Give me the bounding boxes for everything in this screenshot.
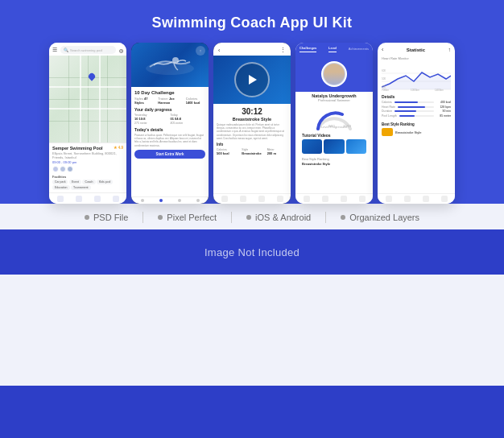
feature-dot-ios <box>246 215 251 220</box>
timer-display: 30:12 <box>217 107 287 116</box>
phone2-banner: ↑ <box>131 43 209 87</box>
best-style-item: Breaststroke Style <box>378 127 455 137</box>
detail-bar-heartrate <box>398 106 425 108</box>
back-icon[interactable]: ‹ <box>218 48 220 53</box>
page-title: Swimming Coach App UI Kit <box>152 14 353 31</box>
phone2-bottom-nav <box>131 196 209 204</box>
detail-bar-duration <box>395 110 416 112</box>
style-title: Breaststroke Style <box>217 117 287 122</box>
svg-text:700km: 700km <box>382 89 390 92</box>
video-thumb-3[interactable] <box>346 139 366 154</box>
best-style: Best Style Ranking Breaststroke Style <box>299 155 370 167</box>
detail-bar-wrap <box>395 110 434 112</box>
svg-point-0 <box>146 62 194 75</box>
video-thumb-1[interactable] <box>302 139 322 154</box>
phone1-search-bar[interactable]: 🔍 Search swimming pool <box>60 46 116 54</box>
challenge-title: 10 Day Challenge <box>134 90 205 95</box>
fac-btn-kidspool[interactable]: Kids pool <box>97 180 113 184</box>
best-style-label: Best Style Ranking <box>302 157 366 161</box>
phone4-swimmer-section <box>295 56 373 92</box>
nav-icon-chart[interactable] <box>404 196 411 202</box>
facilities-label: Facilities <box>52 175 123 179</box>
fac-btn-coach[interactable]: Coach <box>82 180 95 184</box>
phone1-header: ☰ 🔍 Search swimming pool ◎ <box>49 43 126 56</box>
nav-icon-search[interactable] <box>76 196 82 202</box>
nav-icon-list[interactable] <box>423 196 429 202</box>
session-label: 275 meter <box>134 122 170 125</box>
svg-text:600: 600 <box>382 69 386 72</box>
nav-dot[interactable] <box>196 199 200 202</box>
svg-text:1400km: 1400km <box>435 89 444 92</box>
nav-icon-profile[interactable] <box>277 196 283 202</box>
nav-dot[interactable] <box>178 199 181 202</box>
phone4-header: Challenges Level Achievements <box>295 43 373 56</box>
phone4-content: Natalya Undergrowth Professional Swimmer… <box>295 92 373 193</box>
share-button[interactable]: ↑ <box>196 46 205 56</box>
tab-achievements[interactable]: Achievements <box>349 47 369 52</box>
nav-icon-home[interactable] <box>386 196 392 202</box>
details-title: Today's details <box>134 127 205 132</box>
detail-label-calories: Calories <box>382 101 392 104</box>
nav-icon-profile[interactable] <box>113 196 119 202</box>
back-icon[interactable]: ‹ <box>382 47 383 52</box>
fac-btn-tournament[interactable]: Tournament <box>71 185 90 190</box>
session-item: 405 meter <box>171 122 206 125</box>
phone3-header: ‹ ⋮ <box>213 43 291 56</box>
phone3-bottom-nav <box>213 193 291 204</box>
tab-challenges[interactable]: Challenges <box>300 46 316 52</box>
detail-bar-wrap <box>395 101 434 103</box>
nav-icon-profile[interactable] <box>441 196 448 202</box>
start-extra-work-button[interactable]: Start Extra Work <box>134 150 205 159</box>
fac-btn-event[interactable]: Event <box>69 180 81 184</box>
details-text: Praesent ut facilisis quam. Pellentesque… <box>134 134 205 147</box>
nav-icon-list[interactable] <box>258 196 265 202</box>
detail-label-heartrate: Heart Rate <box>382 105 395 109</box>
avatar <box>52 166 59 172</box>
nav-icon-user[interactable] <box>359 196 366 202</box>
feature-label-ios: iOS & Android <box>255 213 311 222</box>
fac-btn-education[interactable]: Education <box>52 185 70 190</box>
detail-row-duration: Duration 90 min <box>382 110 451 113</box>
nav-icon-home[interactable] <box>57 196 64 202</box>
nav-icon-home[interactable] <box>304 196 310 202</box>
detail-bar-wrap <box>399 115 434 117</box>
detail-row-calories: Calories 400 kcal <box>382 101 451 104</box>
video-thumb-2[interactable] <box>324 139 344 154</box>
detail-bar-calories <box>395 101 418 103</box>
nav-icon-home[interactable] <box>221 196 228 202</box>
feature-separator <box>231 212 232 223</box>
nav-icon-map[interactable] <box>94 196 101 202</box>
meta-styles-label: Styles 47 Styles <box>134 97 151 105</box>
meta-cal-label: Calories 1400 kcal <box>186 97 205 105</box>
avatar-face <box>324 64 345 85</box>
meta-trainer-val: Joe Harman <box>158 97 175 105</box>
detail-bar-wrap <box>398 106 434 108</box>
details-title: Details <box>382 94 451 99</box>
phone5-header: ‹ Statistic ↑ <box>378 43 455 54</box>
phone4-bottom-nav <box>295 193 373 204</box>
nav-icon-stats[interactable] <box>341 196 347 202</box>
svg-text:500: 500 <box>382 77 386 81</box>
phone-challenge: ↑ 10 Day Challenge Styles 47 Styles Trai… <box>131 43 209 204</box>
feature-psd: PSD File <box>72 213 141 222</box>
share-icon[interactable]: ↑ <box>448 47 452 52</box>
nav-icon-play[interactable] <box>240 196 246 202</box>
phone1-map <box>49 56 126 143</box>
nav-dot-active[interactable] <box>159 199 163 202</box>
tab-level[interactable]: Level <box>328 46 337 52</box>
info-item-meter: Meter 200 m <box>267 148 287 155</box>
footer: Image Not Included <box>0 229 504 275</box>
session-val: 01 04:8 <box>171 117 206 121</box>
arc-chart: 0/10 10/10 Level Progression <box>314 106 354 129</box>
play-button[interactable] <box>234 62 270 97</box>
search-placeholder-text: Search swimming pool <box>70 48 102 52</box>
fac-btn-carpark[interactable]: Car park <box>52 180 68 184</box>
avatar <box>67 166 73 172</box>
session-item: Today 01 04:8 <box>171 114 206 121</box>
nav-icon-swim[interactable] <box>322 196 328 202</box>
more-icon[interactable]: ⋮ <box>280 47 286 53</box>
menu-icon: ☰ <box>52 47 57 53</box>
best-style-name: Breaststroke Style <box>395 130 421 134</box>
nav-dot[interactable] <box>141 199 144 202</box>
map-pin[interactable] <box>88 73 96 83</box>
